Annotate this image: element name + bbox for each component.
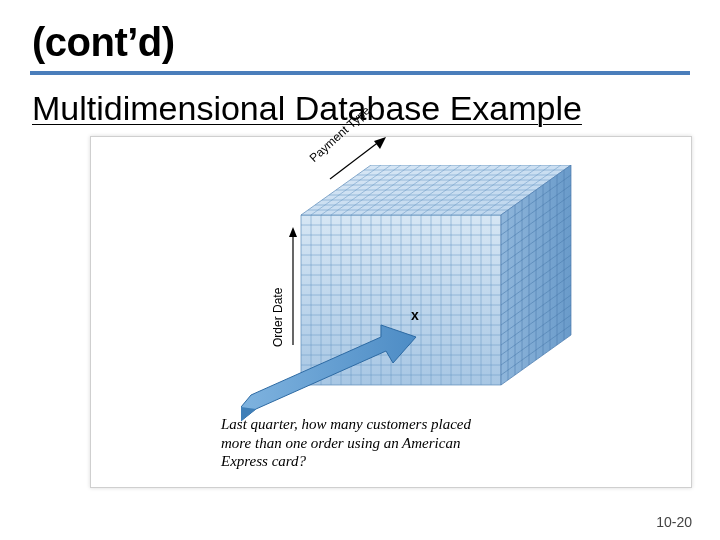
page-number: 10-20: [656, 514, 692, 530]
title-underline: [30, 71, 690, 75]
svg-marker-3: [374, 137, 386, 149]
svg-marker-97: [241, 325, 416, 421]
slide-title: (cont’d): [32, 20, 690, 65]
figure-frame: Order Date Payment Type Customer: [90, 136, 692, 488]
query-arrow-icon: [241, 307, 431, 427]
query-caption: Last quarter, how many customers placed …: [221, 415, 481, 471]
slide: (cont’d) Multidimensional Database Examp…: [0, 0, 720, 540]
